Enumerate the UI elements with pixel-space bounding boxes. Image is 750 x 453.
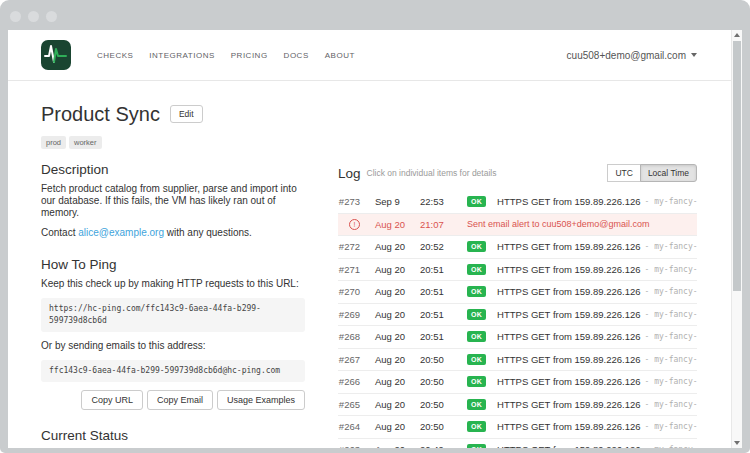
- ping-action-button[interactable]: Copy Email: [147, 390, 213, 410]
- log-event-text: HTTPS GET from 159.89.226.126: [497, 309, 640, 320]
- log-row[interactable]: #268 Aug 20 20:51 OK HTTPS GET from 159.…: [338, 326, 697, 349]
- log-row[interactable]: #265 Aug 20 20:50 OK HTTPS GET from 159.…: [338, 394, 697, 417]
- log-date: Aug 20: [375, 331, 420, 342]
- ping-number: #268: [338, 331, 360, 342]
- chevron-down-icon: [691, 53, 697, 57]
- nav-item[interactable]: INTEGRATIONS: [149, 51, 214, 60]
- ping-number: #272: [338, 241, 360, 252]
- ok-badge: OK: [467, 354, 486, 365]
- app-logo[interactable]: [41, 40, 71, 70]
- log-date: Aug 20: [375, 241, 420, 252]
- log-subtitle: Click on individual items for details: [367, 168, 497, 178]
- ok-badge: OK: [467, 444, 486, 448]
- navbar: CHECKSINTEGRATIONSPRICINGDOCSABOUT cuu50…: [8, 30, 742, 81]
- browser-window: CHECKSINTEGRATIONSPRICINGDOCSABOUT cuu50…: [0, 0, 750, 453]
- http-instruction: Keep this check up by making HTTP reques…: [41, 278, 305, 290]
- log-row[interactable]: #264 Aug 20 20:50 OK HTTPS GET from 159.…: [338, 416, 697, 439]
- ping-action-button[interactable]: Copy URL: [81, 390, 143, 410]
- ping-number: #269: [338, 309, 360, 320]
- nav-item[interactable]: PRICING: [231, 51, 268, 60]
- log-time: 21:07: [420, 219, 458, 230]
- scroll-up-icon[interactable]: [732, 30, 742, 40]
- log-row[interactable]: #263 Aug 20 20:49 OK HTTPS GET from 159.…: [338, 439, 697, 449]
- log-time: 20:50: [420, 354, 458, 365]
- contact-prefix: Contact: [41, 227, 78, 238]
- timezone-button[interactable]: UTC: [607, 164, 640, 182]
- scroll-down-icon[interactable]: [732, 438, 742, 448]
- nav-menu: CHECKSINTEGRATIONSPRICINGDOCSABOUT: [81, 51, 355, 60]
- log-event-text: HTTPS GET from 159.89.226.126: [497, 354, 640, 365]
- log-event-tail: - my-fancy-sy…: [645, 287, 697, 296]
- log-time: 20:51: [420, 309, 458, 320]
- ok-badge: OK: [467, 309, 486, 320]
- log-event-text: HTTPS GET from 159.89.226.126: [497, 444, 640, 448]
- window-control-dot: [46, 11, 57, 22]
- log-event-tail: - my-fancy-sy…: [645, 197, 697, 206]
- log-time: 20:50: [420, 376, 458, 387]
- log-row[interactable]: #270 Aug 20 20:51 OK HTTPS GET from 159.…: [338, 281, 697, 304]
- description-heading: Description: [41, 162, 305, 177]
- log-time: 20:52: [420, 241, 458, 252]
- contact-email-link[interactable]: alice@example.org: [78, 227, 164, 238]
- tag-badge: worker: [69, 136, 102, 149]
- ok-badge: OK: [467, 286, 486, 297]
- log-event-tail: - my-fancy-sy…: [645, 332, 697, 341]
- log-date: Aug 20: [375, 421, 420, 432]
- main-content: Product Sync Edit prodworker Description…: [8, 81, 742, 448]
- ping-number: #264: [338, 421, 360, 432]
- edit-button[interactable]: Edit: [170, 105, 203, 123]
- tag-badge: prod: [41, 136, 66, 149]
- check-details-column: Product Sync Edit prodworker Description…: [41, 101, 305, 448]
- log-row[interactable]: #273 Sep 9 22:53 OK HTTPS GET from 159.8…: [338, 191, 697, 214]
- how-to-ping-heading: How To Ping: [41, 257, 305, 272]
- log-row[interactable]: #269 Aug 20 20:51 OK HTTPS GET from 159.…: [338, 304, 697, 327]
- scrollbar-thumb[interactable]: [733, 41, 741, 291]
- log-event-text: HTTPS GET from 159.89.226.126: [497, 241, 640, 252]
- log-time: 22:53: [420, 196, 458, 207]
- log-time: 20:51: [420, 286, 458, 297]
- log-date: Aug 20: [375, 309, 420, 320]
- ok-badge: OK: [467, 241, 486, 252]
- ping-email-code: ffc143c9-6aea-44fa-b299-599739d8cb6d@hc-…: [41, 360, 305, 382]
- log-event-tail: - my-fancy-sy…: [645, 310, 697, 319]
- current-status-heading: Current Status: [41, 428, 305, 443]
- ping-number: #267: [338, 354, 360, 365]
- log-event-tail: - my-fancy-sy…: [645, 445, 697, 448]
- description-text: Fetch product catalog from supplier, par…: [41, 183, 305, 219]
- ping-number: #271: [338, 264, 360, 275]
- log-row[interactable]: ! Aug 20 21:07 Sent email alert to cuu50…: [338, 214, 697, 237]
- log-list: #273 Sep 9 22:53 OK HTTPS GET from 159.8…: [338, 191, 697, 448]
- log-date: Aug 20: [375, 286, 420, 297]
- nav-item[interactable]: ABOUT: [325, 51, 355, 60]
- log-date: Aug 20: [375, 264, 420, 275]
- account-email: cuu508+demo@gmail.com: [567, 50, 686, 61]
- contact-text: Contact alice@example.org with any quest…: [41, 227, 305, 239]
- log-row[interactable]: #267 Aug 20 20:50 OK HTTPS GET from 159.…: [338, 349, 697, 372]
- log-event-tail: - my-fancy-sy…: [645, 400, 697, 409]
- nav-item[interactable]: DOCS: [284, 51, 309, 60]
- ok-badge: OK: [467, 421, 486, 432]
- ping-action-button[interactable]: Usage Examples: [217, 390, 305, 410]
- contact-suffix: with any questions.: [164, 227, 252, 238]
- log-event-tail: - my-fancy-sy…: [645, 377, 697, 386]
- page-scrollbar[interactable]: [731, 30, 742, 448]
- log-row[interactable]: #271 Aug 20 20:51 OK HTTPS GET from 159.…: [338, 259, 697, 282]
- window-controls: [10, 11, 57, 22]
- log-date: Aug 20: [375, 354, 420, 365]
- ping-number: #266: [338, 376, 360, 387]
- log-row[interactable]: #266 Aug 20 20:50 OK HTTPS GET from 159.…: [338, 371, 697, 394]
- log-row[interactable]: #272 Aug 20 20:52 OK HTTPS GET from 159.…: [338, 236, 697, 259]
- nav-item[interactable]: CHECKS: [97, 51, 133, 60]
- timezone-button[interactable]: Local Time: [640, 164, 697, 182]
- log-event-tail: - my-fancy-sy…: [645, 265, 697, 274]
- log-event-text: HTTPS GET from 159.89.226.126: [497, 196, 640, 207]
- email-instruction: Or by sending emails to this address:: [41, 340, 305, 352]
- account-menu[interactable]: cuu508+demo@gmail.com: [567, 50, 697, 61]
- ping-actions: Copy URLCopy EmailUsage Examples: [41, 390, 305, 410]
- ok-badge: OK: [467, 331, 486, 342]
- pulse-icon: [41, 40, 71, 70]
- ok-badge: OK: [467, 264, 486, 275]
- window-control-dot: [10, 11, 21, 22]
- log-time: 20:49: [420, 444, 458, 448]
- ping-number: #273: [338, 196, 360, 207]
